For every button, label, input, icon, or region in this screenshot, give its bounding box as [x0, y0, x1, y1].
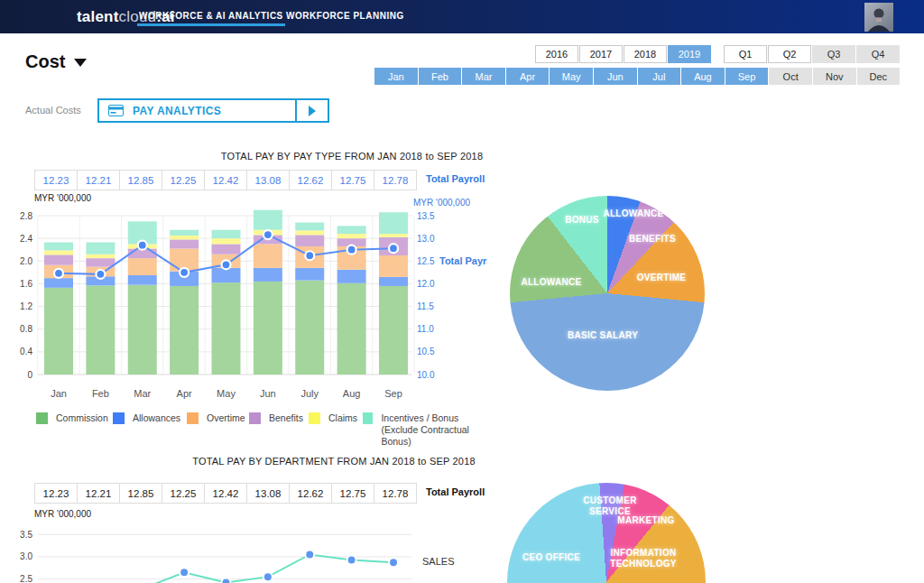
pay-value-cell: 12.62: [289, 170, 332, 190]
pay-value-cell: 12.75: [331, 170, 374, 190]
pay-value-cell: 12.25: [162, 170, 205, 190]
total-payroll-label: Total Payroll: [426, 486, 485, 497]
legend-item: Overtime: [187, 409, 245, 424]
pay-analytics-button[interactable]: PAY ANALYTICS: [97, 98, 329, 123]
svg-text:0: 0: [27, 370, 32, 380]
month-cell-jun[interactable]: Jun: [594, 68, 637, 85]
expand-arrow-button[interactable]: [295, 100, 328, 121]
svg-text:Apr: Apr: [177, 388, 192, 399]
year-cell-2017[interactable]: 2017: [579, 45, 623, 63]
svg-text:2.8: 2.8: [20, 211, 32, 221]
month-cell-apr[interactable]: Apr: [506, 68, 550, 85]
quarter-cell-q3[interactable]: Q3: [812, 45, 855, 63]
month-cell-may[interactable]: May: [550, 68, 593, 85]
dashboard-page: talentcloud:ai WORKFORCE & AI ANALYTICS …: [0, 0, 924, 583]
month-cell-dec[interactable]: Dec: [857, 68, 901, 85]
pay-type-pie-chart: ALLOWANCEBENEFITSOVERTIMEBASIC SALARYALL…: [510, 196, 705, 391]
legend-label: Claims: [328, 409, 357, 424]
svg-text:Feb: Feb: [92, 388, 109, 399]
dept-value-cell: 12.42: [204, 483, 247, 504]
year-cell-2019[interactable]: 2019: [668, 45, 711, 63]
legend-swatch: [36, 412, 48, 424]
legend-item: Claims: [309, 409, 357, 424]
legend-label: Benefits: [269, 409, 303, 424]
month-cell-jul[interactable]: Jul: [638, 68, 681, 85]
pie-slice-label: BASIC SALARY: [568, 330, 638, 341]
dept-value-cell: 12.78: [374, 483, 417, 504]
svg-text:2.5: 2.5: [20, 574, 32, 583]
pie-slice-label: INFORMATIONTECHNOLOGY: [610, 548, 677, 569]
pie-slice-label: CUSTOMERSERVICE: [583, 495, 636, 517]
svg-text:2.4: 2.4: [20, 234, 32, 244]
month-cell-feb[interactable]: Feb: [419, 68, 462, 85]
nav-tab-workforce-planning[interactable]: WORKFORCE PLANNING: [284, 0, 406, 33]
pay-analytics-label: PAY ANALYTICS: [133, 105, 295, 117]
card-icon: [108, 105, 124, 116]
legend-swatch: [187, 412, 199, 424]
total-payroll-table-department: 12.2312.2112.8512.2512.4213.0812.6212.75…: [35, 483, 417, 504]
year-cell-2016[interactable]: 2016: [535, 45, 578, 63]
month-filter-row: JanFebMarAprMayJunJulAugSepOctNovDec: [374, 68, 901, 85]
svg-text:13.0: 13.0: [417, 234, 435, 244]
pie-slice-label: MARKETING: [617, 515, 674, 526]
user-avatar[interactable]: [864, 3, 893, 32]
pay-value-cell: 12.85: [119, 170, 162, 190]
pay-value-cell: 12.78: [374, 170, 417, 190]
svg-text:12.0: 12.0: [417, 279, 435, 289]
pay-value-cell: 12.21: [77, 170, 120, 190]
month-cell-nov[interactable]: Nov: [813, 68, 856, 85]
month-cell-aug[interactable]: Aug: [681, 68, 725, 85]
svg-text:11.5: 11.5: [417, 301, 434, 311]
play-arrow-icon: [308, 106, 317, 116]
dept-value-cell: 12.25: [162, 483, 205, 504]
svg-text:May: May: [217, 388, 236, 399]
pay-value-cell: 13.08: [246, 170, 290, 190]
month-cell-jan[interactable]: Jan: [374, 68, 418, 85]
quarter-cell-q2[interactable]: Q2: [768, 45, 811, 63]
svg-text:3.5: 3.5: [20, 530, 32, 540]
svg-text:1.6: 1.6: [20, 279, 32, 289]
pie-slice-label: ALLOWANCE: [603, 208, 663, 219]
dept-value-cell: 12.85: [119, 483, 162, 504]
pie-slice-label: CEO OFFICE: [522, 552, 580, 563]
legend-item: Benefits: [249, 409, 303, 424]
month-cell-mar[interactable]: Mar: [462, 68, 505, 85]
chevron-down-icon: [74, 59, 87, 67]
pie-slice-label: BONUS: [565, 215, 599, 226]
svg-text:0.8: 0.8: [20, 324, 32, 334]
legend-label: Incentives / Bonus(Exclude Contractual B…: [381, 409, 487, 448]
legend-item: Allowances: [113, 409, 180, 424]
total-payroll-label: Total Payroll: [426, 173, 485, 184]
svg-text:11.0: 11.0: [417, 324, 434, 334]
legend-label: Commission: [56, 409, 108, 424]
svg-text:Jun: Jun: [260, 388, 276, 399]
svg-text:3.0: 3.0: [20, 551, 32, 561]
total-payroll-table-paytype: 12.2312.2112.8512.2512.4213.0812.6212.75…: [35, 170, 417, 190]
chart1-title: TOTAL PAY BY PAY TYPE FROM JAN 2018 to S…: [126, 151, 578, 162]
dept-value-cell: 12.75: [331, 483, 374, 504]
sales-series-label: SALES: [422, 556, 454, 567]
year-cell-2018[interactable]: 2018: [624, 45, 667, 63]
month-cell-sep[interactable]: Sep: [725, 68, 769, 85]
svg-text:Sep: Sep: [384, 388, 402, 399]
svg-text:1.2: 1.2: [20, 301, 32, 311]
svg-text:Aug: Aug: [343, 388, 361, 399]
left-axis-unit: MYR '000,000: [34, 193, 91, 203]
legend-swatch: [113, 412, 125, 424]
nav-tab-workforce-ai-analytics[interactable]: WORKFORCE & AI ANALYTICS: [137, 0, 285, 33]
svg-text:Jan: Jan: [51, 388, 67, 399]
quarter-filter-row: Q1Q2Q3Q4: [724, 45, 901, 63]
chart1-legend: CommissionAllowancesOvertimeBenefitsClai…: [0, 409, 487, 438]
quarter-cell-q4[interactable]: Q4: [856, 45, 900, 63]
legend-swatch: [249, 412, 261, 424]
dept-value-cell: 12.23: [34, 483, 78, 504]
pie-slice-label: ALLOWANCE: [521, 277, 581, 288]
quarter-cell-q1[interactable]: Q1: [724, 45, 767, 63]
month-cell-oct[interactable]: Oct: [769, 68, 812, 85]
legend-item: Incentives / Bonus(Exclude Contractual B…: [363, 409, 487, 448]
logo-part-talent: talent: [77, 8, 119, 25]
nav-tab-label: WORKFORCE & AI ANALYTICS: [137, 7, 285, 26]
svg-text:2.0: 2.0: [20, 256, 32, 266]
page-title-dropdown[interactable]: Cost: [25, 51, 87, 72]
left-axis-unit: MYR '000,000: [34, 509, 91, 519]
